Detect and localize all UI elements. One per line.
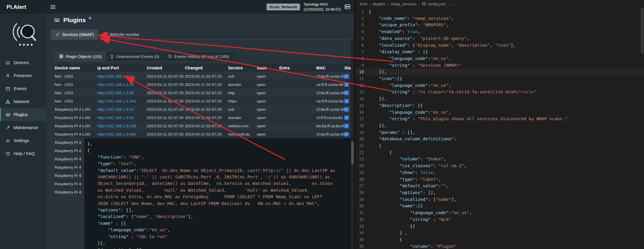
code-line: ns.Extra as Extra, dv.dev_MAC as Foreign… [87,193,351,200]
cell: ssh [228,74,257,79]
line-number: 1 [355,8,369,15]
plugin-subtabs: Plugin Objects (115)Unprocessed Events (… [55,51,234,61]
breadcrumb-item[interactable]: front [360,2,367,6]
nas-icon[interactable] [344,4,351,10]
status-checkbox[interactable]: ✓ [344,115,349,120]
code-line: "options": [], [87,207,351,213]
table-scrollbar-thumb[interactable] [351,141,354,164]
status-checkbox[interactable]: ✓ [344,107,349,112]
code-line: }], [87,240,351,246]
subtab-unprocessed-events-0[interactable]: Unprocessed Events (0) [106,52,164,61]
ip-port-link[interactable]: http://192.168.1.9:139 [97,124,147,128]
breadcrumb-item[interactable]: nmap_services [390,2,416,6]
line-number: 23 [355,156,369,162]
cell: open [257,107,279,112]
cell-status: ✓ [344,99,351,103]
code-line: 11 "icon":[{ [355,75,644,82]
sidebar-item-label: Settings [14,138,29,143]
laptop-icon [5,61,10,65]
line-number: 28 [355,189,369,196]
column-header-stat[interactable]: Stat [344,66,351,70]
sidebar-item-help-faq[interactable]: Help / FAQ [0,147,45,160]
cell-status: ✓ [344,124,351,128]
sidebar-item-plugins[interactable]: Plugins [0,108,45,121]
brand-text: Pi.Alert [7,4,26,10]
ip-port-link[interactable]: http://192.168.1.9:445 [97,132,147,136]
grid-icon [59,54,63,58]
column-header-extra[interactable]: Extra [279,66,316,70]
status-checkbox[interactable]: ✓ [344,124,349,128]
table-row: Raspberry Pi 4 LANhttp://192.168.1.9:139… [55,122,351,130]
breadcrumb-label: plugins [373,2,385,6]
page-title-text: Plugins [63,17,86,24]
subtab-plugin-objects-115[interactable]: Plugin Objects (115) [55,52,106,61]
cell-status: ✓ [344,91,351,95]
ip-port-link[interactable]: http://192.168.1.1:53 [97,82,147,87]
column-header-mac[interactable]: MAC [316,66,344,70]
line-number: 21 [355,142,369,149]
breadcrumb-label: front [360,2,367,6]
scan-status-badge: Scan: Network [267,4,300,10]
ip-port-link[interactable]: http://192.168.1.9:53 [97,115,147,120]
cell-status: ✓ [344,82,351,87]
line-number: 35 [355,236,369,243]
column-header-ip-and-port[interactable]: Ip and Port [97,66,147,70]
status-checkbox[interactable]: ✓ [344,82,349,87]
sidebar-item-maintenance[interactable]: Maintenance [0,121,45,134]
code-line: { [87,147,351,154]
sidebar-item-devices[interactable]: Devices [0,56,45,69]
code-line: 30 "name":[{ [355,203,644,209]
line-number: 6 [355,42,369,49]
sidebar-item-presence[interactable]: Presence [0,69,45,82]
status-checkbox[interactable]: ✓ [344,99,349,103]
ip-port-link[interactable]: http://192.168.1.1:80 [97,91,147,95]
ip-port-link[interactable]: http://192.168.1.9:22 [97,107,147,112]
ip-port-link[interactable]: http://192.168.1.1:443 [97,99,147,103]
line-number: 31 [355,209,369,216]
ip-port-link[interactable]: http://192.168.1.1:22 [97,74,147,79]
subtab-events-history-50-out-of-1265[interactable]: Events History (50 out of 1265) [164,52,233,61]
cell: ba:ba:ff:ca:ba:0c [316,124,344,128]
column-header-service[interactable]: Service [228,66,257,70]
column-header-device-name[interactable]: Device name [55,66,97,70]
column-header-changed[interactable]: Changed [185,66,228,70]
sidebar-item-events[interactable]: Events [0,82,45,95]
code-line: "default_value":"SELECT dv.dev_Name as O… [87,167,351,174]
subtab-label: Events History (50 out of 1265) [174,54,229,59]
tab-services-nmap[interactable]: Services (NMAP) [51,30,98,39]
breadcrumb-item[interactable]: plugins [373,2,385,6]
column-header-state[interactable]: State [257,66,279,70]
line-number: 11 [355,75,369,82]
code-line: }, [87,141,351,147]
gear-icon [5,139,10,143]
code-line: "type": "text", [87,160,351,167]
tab-website-monitor[interactable]: Website monitor [98,30,144,39]
code-line: 20 "database_column_definitions": [355,136,644,142]
breadcrumb-item[interactable]: ... [451,2,455,6]
line-number: 20 [355,136,369,142]
line-number: 18 [355,122,369,129]
sidebar-item-label: Network [14,99,29,104]
panel-divider [354,0,355,249]
cell: 2023-03-11 02:47:20 [185,99,228,103]
line-number: 16 [355,109,369,116]
calendar-icon [5,87,10,91]
sidebar-item-network[interactable]: Network [0,95,45,108]
status-checkbox[interactable]: ✓ [344,74,349,79]
cell: open [257,74,279,79]
editor-scrollbar-thumb[interactable] [641,8,644,53]
line-number: 32 [355,216,369,223]
hamburger-menu-icon[interactable] [51,5,55,9]
status-checkbox[interactable]: ✓ [344,132,349,136]
code-line: 4 "enabled": true, [355,28,644,35]
table-scrollbar[interactable] [351,39,354,249]
status-checkbox[interactable]: ✓ [344,91,349,95]
cell: http [228,91,257,95]
network-icon [5,100,10,104]
breadcrumb-separator: › [448,2,449,6]
table-row: Raspberry Pi 4 LANhttp://192.168.1.9:445… [55,130,351,138]
code-line: "name" : [{ [87,220,351,227]
column-header-created[interactable]: Created [147,66,185,70]
breadcrumb-item[interactable]: {}config.json [422,2,446,6]
sidebar-item-settings[interactable]: Settings [0,134,45,147]
